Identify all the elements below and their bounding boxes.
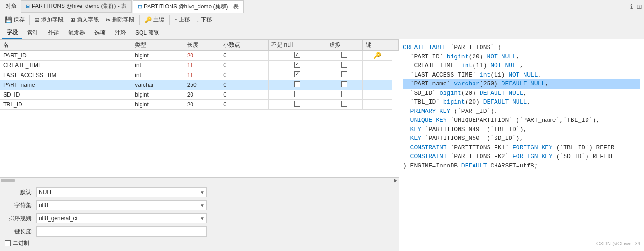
field-name[interactable]: CREATE_TIME bbox=[0, 61, 132, 70]
field-decimal[interactable]: 0 bbox=[220, 61, 269, 70]
save-button[interactable]: 💾 保存 bbox=[2, 15, 28, 25]
field-not-null[interactable] bbox=[269, 100, 326, 110]
charset-select[interactable]: utf8 ▼ bbox=[36, 200, 207, 210]
checkbox-not-null[interactable] bbox=[294, 91, 300, 97]
table-row[interactable]: PART_ID bigint 20 0 🔑 bbox=[0, 51, 399, 61]
add-field-button[interactable]: ⊞ 添加字段 bbox=[32, 15, 66, 25]
field-decimal[interactable]: 0 bbox=[220, 80, 269, 90]
field-name[interactable]: TBL_ID bbox=[0, 100, 132, 110]
field-type[interactable]: bigint bbox=[132, 51, 184, 61]
default-select[interactable]: NULL ▼ bbox=[36, 187, 207, 197]
horizontal-scrollbar[interactable]: ▶ bbox=[0, 177, 399, 183]
checkbox-not-null[interactable] bbox=[294, 52, 300, 58]
horizontal-scroll-thumb[interactable] bbox=[1, 179, 15, 182]
sql-line-7: `TBL_ID` bigint(20) DEFAULT NULL, bbox=[403, 98, 640, 107]
field-name[interactable]: PART_ID bbox=[0, 51, 132, 61]
sub-tab-comments[interactable]: 注释 bbox=[110, 28, 131, 38]
field-not-null[interactable] bbox=[269, 51, 326, 61]
sql-line-6: `SD_ID` bigint(20) DEFAULT NULL, bbox=[403, 89, 640, 98]
checkbox-not-null[interactable] bbox=[294, 101, 300, 107]
field-name[interactable]: LAST_ACCESS_TIME bbox=[0, 70, 132, 80]
collation-select[interactable]: utf8_general_ci ▼ bbox=[36, 213, 207, 223]
field-length[interactable]: 11 bbox=[184, 61, 220, 70]
field-virtual[interactable] bbox=[326, 100, 363, 110]
field-type[interactable]: bigint bbox=[132, 90, 184, 100]
field-type[interactable]: bigint bbox=[132, 100, 184, 110]
tab-2[interactable]: ⊞ PARTITIONS @hive_demo (集群) - 表 bbox=[133, 0, 244, 13]
insert-field-button[interactable]: ⊞ 插入字段 bbox=[67, 15, 102, 25]
delete-field-button[interactable]: ✂ 删除字段 bbox=[103, 15, 137, 25]
sql-line-9: UNIQUE KEY `UNIQUEPARTITION` (`PART_name… bbox=[403, 116, 640, 125]
key-length-input[interactable] bbox=[36, 226, 207, 237]
table-row[interactable]: LAST_ACCESS_TIME int 11 0 bbox=[0, 70, 399, 80]
grid-icon[interactable]: ⊞ bbox=[637, 3, 642, 10]
sql-panel[interactable]: CREATE TABLE `PARTITIONS` ( `PART_ID` bi… bbox=[399, 39, 644, 251]
table-row[interactable]: TBL_ID bigint 20 0 bbox=[0, 100, 399, 110]
binary-checkbox[interactable] bbox=[5, 240, 11, 246]
field-virtual[interactable] bbox=[326, 61, 363, 70]
table-row[interactable]: PART_name varchar 250 0 bbox=[0, 80, 399, 90]
move-down-button[interactable]: ↓ 下移 bbox=[194, 15, 215, 25]
field-type[interactable]: int bbox=[132, 70, 184, 80]
sub-tab-fields[interactable]: 字段 bbox=[2, 27, 22, 39]
sub-tab-options[interactable]: 选项 bbox=[90, 28, 110, 38]
field-decimal[interactable]: 0 bbox=[220, 100, 269, 110]
col-header-not-null: 不是 null bbox=[269, 40, 326, 51]
move-up-label: 上移 bbox=[179, 16, 190, 24]
info-icon[interactable]: ℹ bbox=[630, 3, 633, 10]
field-table-wrapper[interactable]: 名 类型 长度 小数点 不是 null 虚拟 键 PART_ID bbox=[0, 39, 399, 177]
field-virtual[interactable] bbox=[326, 90, 363, 100]
checkbox-not-null[interactable] bbox=[294, 71, 300, 77]
sql-line-4: `LAST_ACCESS_TIME` int(11) NOT NULL, bbox=[403, 70, 640, 80]
primary-key-label: 主键 bbox=[153, 16, 164, 24]
sub-tab-triggers[interactable]: 触发器 bbox=[64, 28, 90, 38]
sub-tab-sql-preview[interactable]: SQL 预览 bbox=[131, 28, 164, 38]
field-virtual[interactable] bbox=[326, 80, 363, 90]
collation-value: utf8_general_ci bbox=[39, 215, 77, 222]
toolbar: 💾 保存 ⊞ 添加字段 ⊞ 插入字段 ✂ 删除字段 🔑 主键 ↑ 上移 ↓ 下移 bbox=[0, 13, 644, 27]
sub-tab-foreign-key[interactable]: 外键 bbox=[43, 28, 64, 38]
sql-line-2: `PART_ID` bigint(20) NOT NULL, bbox=[403, 52, 640, 62]
checkbox-virtual[interactable] bbox=[341, 71, 347, 77]
move-up-button[interactable]: ↑ 上移 bbox=[171, 15, 193, 25]
checkbox-not-null[interactable] bbox=[294, 81, 300, 87]
field-length[interactable]: 20 bbox=[184, 51, 220, 61]
delete-field-label: 删除字段 bbox=[112, 16, 134, 24]
checkbox-virtual[interactable] bbox=[341, 52, 347, 58]
checkbox-virtual[interactable] bbox=[341, 62, 347, 68]
table-icon-2: ⊞ bbox=[138, 4, 142, 10]
field-length[interactable]: 11 bbox=[184, 70, 220, 80]
col-header-name: 名 bbox=[0, 40, 132, 51]
sub-tab-index[interactable]: 索引 bbox=[22, 28, 43, 38]
default-label: 默认: bbox=[5, 188, 33, 196]
field-length[interactable]: 250 bbox=[184, 80, 220, 90]
field-key bbox=[362, 61, 392, 70]
primary-key-button[interactable]: 🔑 主键 bbox=[142, 15, 167, 25]
checkbox-virtual[interactable] bbox=[341, 81, 347, 87]
field-name[interactable]: PART_name bbox=[0, 80, 132, 90]
tab-1-label: PARTITIONS @hive_demo (集群) - 表 bbox=[32, 2, 127, 10]
field-virtual[interactable] bbox=[326, 70, 363, 80]
tab-1[interactable]: ⊞ PARTITIONS @hive_demo (集群) - 表 bbox=[21, 0, 132, 13]
field-decimal[interactable]: 0 bbox=[220, 51, 269, 61]
field-length[interactable]: 20 bbox=[184, 100, 220, 110]
checkbox-virtual[interactable] bbox=[341, 101, 347, 107]
table-row[interactable]: SD_ID bigint 20 0 bbox=[0, 90, 399, 100]
field-length[interactable]: 20 bbox=[184, 90, 220, 100]
field-type[interactable]: int bbox=[132, 61, 184, 70]
table-row[interactable]: CREATE_TIME int 11 0 bbox=[0, 61, 399, 70]
sql-line-8: PRIMARY KEY (`PART_ID`), bbox=[403, 107, 640, 116]
field-not-null[interactable] bbox=[269, 80, 326, 90]
checkbox-not-null[interactable] bbox=[294, 62, 300, 68]
field-not-null[interactable] bbox=[269, 61, 326, 70]
checkbox-virtual[interactable] bbox=[341, 91, 347, 97]
chevron-down-icon: ▼ bbox=[200, 203, 205, 208]
field-not-null[interactable] bbox=[269, 70, 326, 80]
field-name[interactable]: SD_ID bbox=[0, 90, 132, 100]
field-decimal[interactable]: 0 bbox=[220, 70, 269, 80]
field-not-null[interactable] bbox=[269, 90, 326, 100]
field-decimal[interactable]: 0 bbox=[220, 90, 269, 100]
field-virtual[interactable] bbox=[326, 51, 363, 61]
scroll-right-arrow[interactable]: ▶ bbox=[394, 178, 398, 183]
field-type[interactable]: varchar bbox=[132, 80, 184, 90]
